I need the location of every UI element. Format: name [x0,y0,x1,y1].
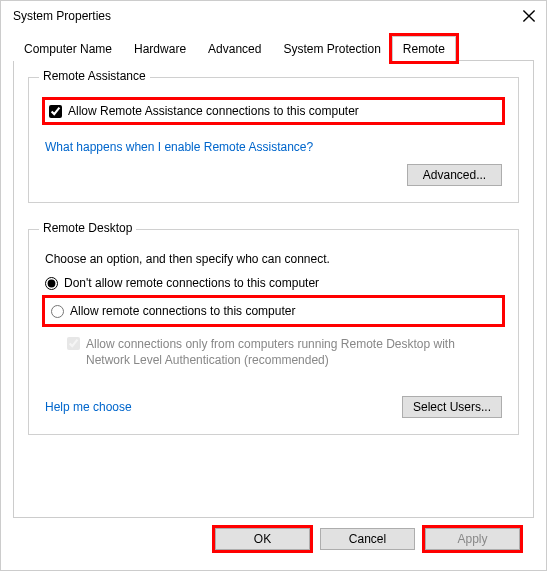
group-remote-desktop: Remote Desktop Choose an option, and the… [28,229,519,435]
group-legend-remote-assistance: Remote Assistance [39,69,150,83]
tab-remote[interactable]: Remote [392,36,456,61]
group-legend-remote-desktop: Remote Desktop [39,221,136,235]
row-rd-bottom: Help me choose Select Users... [45,396,502,418]
close-icon[interactable] [522,9,536,23]
row-ra-help-link: What happens when I enable Remote Assist… [45,140,502,154]
button-ok[interactable]: OK [215,528,310,550]
dialog-footer: OK Cancel Apply [13,518,534,560]
button-select-users[interactable]: Select Users... [402,396,502,418]
row-rd-instruction: Choose an option, and then specify who c… [45,252,502,266]
label-allow-remote-assistance: Allow Remote Assistance connections to t… [68,104,359,118]
window-title: System Properties [13,9,522,23]
button-apply[interactable]: Apply [425,528,520,550]
content: Computer Name Hardware Advanced System P… [1,29,546,570]
radio-rd-deny[interactable] [45,277,58,290]
button-ra-advanced[interactable]: Advanced... [407,164,502,186]
row-allow-remote-assistance[interactable]: Allow Remote Assistance connections to t… [45,100,502,122]
button-cancel[interactable]: Cancel [320,528,415,550]
tab-hardware[interactable]: Hardware [123,36,197,61]
label-rd-allow: Allow remote connections to this compute… [70,304,295,318]
label-rd-deny: Don't allow remote connections to this c… [64,276,319,290]
checkbox-rd-nla [67,337,80,350]
checkbox-allow-remote-assistance[interactable] [49,105,62,118]
row-rd-nla: Allow connections only from computers ru… [67,336,502,368]
link-ra-help[interactable]: What happens when I enable Remote Assist… [45,140,313,154]
label-rd-nla: Allow connections only from computers ru… [86,336,502,368]
link-rd-help[interactable]: Help me choose [45,400,132,414]
group-remote-assistance: Remote Assistance Allow Remote Assistanc… [28,77,519,203]
row-ra-advanced: Advanced... [45,164,502,186]
titlebar: System Properties [1,1,546,29]
radio-rd-allow[interactable] [51,305,64,318]
tab-panel-remote: Remote Assistance Allow Remote Assistanc… [13,61,534,518]
row-rd-allow[interactable]: Allow remote connections to this compute… [45,298,502,324]
row-rd-deny[interactable]: Don't allow remote connections to this c… [45,276,502,290]
system-properties-dialog: System Properties Computer Name Hardware… [0,0,547,571]
text-rd-instruction: Choose an option, and then specify who c… [45,252,330,266]
tab-strip: Computer Name Hardware Advanced System P… [13,35,534,61]
spacer [28,435,519,503]
tab-advanced[interactable]: Advanced [197,36,272,61]
tab-computer-name[interactable]: Computer Name [13,36,123,61]
tab-system-protection[interactable]: System Protection [272,36,391,61]
